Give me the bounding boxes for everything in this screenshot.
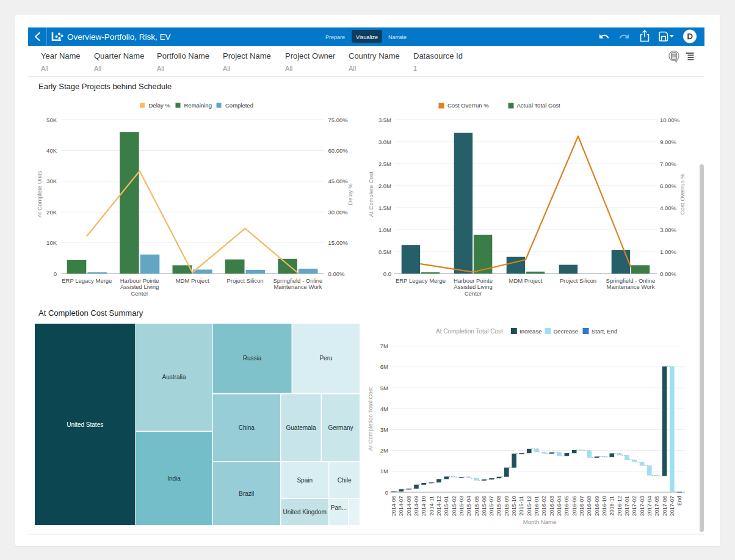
svg-text:2014-11: 2014-11	[429, 496, 435, 515]
svg-text:Harbour Pointe: Harbour Pointe	[120, 277, 159, 284]
svg-text:2015-01: 2015-01	[443, 496, 449, 516]
svg-text:2015-05: 2015-05	[474, 496, 480, 516]
svg-text:2014-10: 2014-10	[421, 496, 427, 516]
svg-text:Chile: Chile	[338, 477, 352, 484]
svg-text:50K: 50K	[46, 117, 57, 123]
svg-text:20K: 20K	[46, 209, 57, 216]
svg-text:Cost Overrun %: Cost Overrun %	[447, 102, 489, 109]
svg-text:4.00%: 4.00%	[660, 205, 676, 211]
svg-text:All: All	[223, 65, 230, 72]
svg-text:2016-01: 2016-01	[534, 496, 540, 516]
svg-text:Center: Center	[131, 290, 148, 297]
svg-text:Harbour Pointe: Harbour Pointe	[454, 277, 493, 284]
svg-text:Australia: Australia	[162, 374, 186, 380]
svg-text:2015-02: 2015-02	[451, 496, 457, 516]
svg-text:40K: 40K	[46, 147, 57, 154]
svg-text:At Completion Total Cost: At Completion Total Cost	[436, 328, 503, 335]
svg-text:2015-07: 2015-07	[488, 496, 494, 516]
svg-text:At Completion Total Cost: At Completion Total Cost	[367, 387, 374, 451]
svg-text:All: All	[285, 65, 292, 72]
svg-text:Maintenance Work: Maintenance Work	[273, 283, 322, 290]
svg-text:2.5M: 2.5M	[378, 161, 391, 167]
svg-text:0.00%: 0.00%	[328, 271, 345, 277]
svg-text:Project Silicon: Project Silicon	[560, 277, 596, 284]
svg-text:MDM Project: MDM Project	[509, 277, 543, 284]
svg-text:1: 1	[413, 65, 417, 72]
svg-text:End: End	[676, 496, 682, 506]
svg-text:10K: 10K	[46, 239, 57, 246]
svg-text:Visualize: Visualize	[356, 34, 378, 40]
svg-text:Pan...: Pan...	[331, 504, 347, 511]
svg-text:Peru: Peru	[319, 355, 332, 362]
svg-text:Actual Total Cost: Actual Total Cost	[517, 102, 560, 109]
svg-text:2017-07: 2017-07	[669, 496, 675, 516]
svg-text:2015-06: 2015-06	[481, 496, 487, 516]
svg-text:Country Name: Country Name	[349, 51, 400, 60]
svg-text:0.0: 0.0	[383, 271, 391, 277]
svg-text:Project Silicon: Project Silicon	[226, 277, 263, 284]
svg-text:7.00%: 7.00%	[660, 161, 676, 167]
svg-text:2015-11: 2015-11	[518, 496, 524, 515]
svg-text:Completed: Completed	[225, 102, 253, 109]
svg-text:2017-01: 2017-01	[624, 496, 630, 516]
svg-text:Remaining: Remaining	[184, 102, 212, 109]
svg-text:2015-09: 2015-09	[504, 496, 510, 516]
svg-text:Project Name: Project Name	[223, 51, 271, 60]
svg-text:Cost Overrun %: Cost Overrun %	[679, 173, 686, 215]
svg-text:Germany: Germany	[328, 424, 353, 431]
svg-text:60.00%: 60.00%	[328, 147, 349, 154]
svg-text:2.0M: 2.0M	[378, 183, 391, 189]
svg-text:ERP Legacy Merge: ERP Legacy Merge	[62, 277, 112, 284]
svg-text:2014-07: 2014-07	[398, 496, 404, 516]
svg-text:9.00%: 9.00%	[660, 139, 676, 145]
svg-text:30.00%: 30.00%	[328, 209, 349, 216]
svg-text:1.00%: 1.00%	[660, 249, 676, 255]
svg-text:2015-08: 2015-08	[496, 496, 502, 516]
svg-text:2016-04: 2016-04	[556, 496, 562, 516]
svg-text:Early Stage Projects behind Sc: Early Stage Projects behind Schedule	[38, 82, 172, 91]
svg-text:2016-03: 2016-03	[549, 496, 555, 516]
svg-text:Delay %: Delay %	[149, 102, 171, 109]
svg-text:Maintenance Work: Maintenance Work	[606, 283, 654, 290]
svg-text:All: All	[41, 65, 48, 72]
svg-text:2015-04: 2015-04	[466, 496, 472, 516]
svg-text:4M: 4M	[380, 405, 388, 412]
svg-text:Decrease: Decrease	[554, 328, 579, 335]
svg-text:6.00%: 6.00%	[660, 183, 676, 189]
svg-text:China: China	[239, 424, 255, 431]
svg-text:0: 0	[385, 489, 388, 496]
svg-text:2016-07: 2016-07	[579, 496, 585, 516]
svg-text:Springfield - Online: Springfield - Online	[273, 277, 323, 284]
svg-text:2015-10: 2015-10	[511, 496, 517, 516]
svg-text:2016-05: 2016-05	[563, 496, 570, 516]
svg-text:India: India	[167, 475, 181, 482]
svg-text:0: 0	[54, 271, 57, 277]
svg-text:0.00%: 0.00%	[660, 271, 676, 277]
svg-text:United States: United States	[67, 421, 103, 428]
svg-text:Prepare: Prepare	[325, 34, 345, 40]
svg-text:Month Name: Month Name	[523, 518, 556, 525]
svg-text:6M: 6M	[380, 363, 388, 370]
svg-text:2016-02: 2016-02	[541, 496, 547, 516]
svg-text:Increase: Increase	[520, 328, 541, 335]
svg-text:1M: 1M	[380, 468, 388, 475]
svg-text:Narrate: Narrate	[388, 34, 407, 40]
svg-text:2017-03: 2017-03	[639, 496, 645, 516]
svg-text:Russia: Russia	[243, 355, 262, 362]
svg-text:75.00%: 75.00%	[328, 117, 349, 123]
svg-text:2016-08: 2016-08	[586, 496, 592, 516]
svg-text:2016-09: 2016-09	[594, 496, 600, 516]
svg-text:10.00%: 10.00%	[660, 117, 680, 123]
svg-text:All: All	[94, 65, 101, 72]
svg-text:2015-03: 2015-03	[458, 496, 465, 516]
svg-text:2017-04: 2017-04	[646, 496, 653, 516]
svg-text:Spain: Spain	[297, 477, 313, 484]
svg-text:2014-08: 2014-08	[406, 496, 412, 516]
svg-text:Guatemala: Guatemala	[286, 424, 316, 431]
svg-text:3M: 3M	[380, 426, 388, 433]
svg-text:2017-02: 2017-02	[631, 496, 637, 516]
svg-text:Project Owner: Project Owner	[285, 51, 336, 60]
svg-text:MDM Project: MDM Project	[176, 277, 209, 284]
svg-text:All: All	[157, 65, 164, 72]
svg-text:Datasource Id: Datasource Id	[413, 51, 463, 60]
